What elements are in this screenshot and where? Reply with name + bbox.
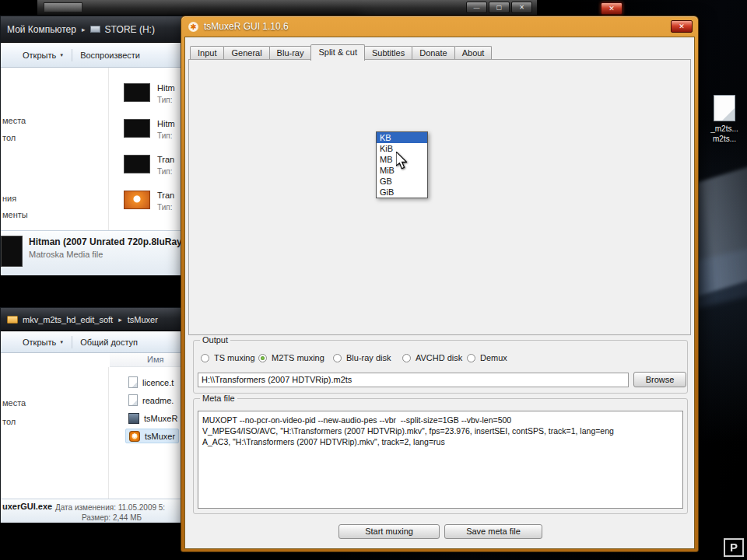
tab-input[interactable]: Input xyxy=(190,46,224,59)
share-label: Общий доступ xyxy=(80,338,138,347)
file-name: Tran xyxy=(157,155,174,164)
m2ts-muxing-radio[interactable] xyxy=(258,354,267,362)
file-name: Hitm xyxy=(157,119,175,128)
background-window-titlebar[interactable]: — ▢ ✕ xyxy=(37,0,537,16)
sidebar-item[interactable]: места xyxy=(2,116,26,125)
breadcrumb-store[interactable]: STORE (H:) xyxy=(104,24,154,35)
tab-about[interactable]: About xyxy=(454,46,493,59)
file-size: Размер: 2,44 МБ xyxy=(82,513,142,522)
tsmuxer-gui-icon: ✱ xyxy=(129,431,140,442)
executable-icon xyxy=(128,413,139,424)
metafile-line: MUXOPT --no-pcr-on-video-pid --new-audio… xyxy=(202,415,679,425)
split-cut-tab-panel xyxy=(188,59,691,335)
file-list-item-selected[interactable]: ✱ tsMuxer xyxy=(125,429,179,443)
caption-buttons: — ▢ ✕ xyxy=(465,2,532,13)
sidebar-item[interactable]: ния xyxy=(2,194,16,203)
breadcrumb-my-computer[interactable]: Мой Компьютер xyxy=(7,24,76,35)
avchd-disk-radio[interactable] xyxy=(402,354,411,362)
bluray-disk-label[interactable]: Blu-ray disk xyxy=(346,353,391,362)
metafile-textarea[interactable]: MUXOPT --no-pcr-on-video-pid --new-audio… xyxy=(198,411,683,509)
start-muxing-button[interactable]: Start muxing xyxy=(338,524,440,539)
tab-general[interactable]: General xyxy=(223,46,269,59)
output-path-input[interactable]: H:\\Transformers (2007 HDTVRip).m2ts xyxy=(198,373,629,387)
modified-value: 11.05.2009 5: xyxy=(118,503,165,512)
dropdown-option-gb[interactable]: GB xyxy=(377,176,427,187)
desktop-icon-m2ts[interactable]: _m2ts... m2ts... xyxy=(705,95,744,144)
drive-icon xyxy=(90,26,100,33)
file-list-item[interactable]: tsMuxeR xyxy=(125,411,181,425)
file-name: Tran xyxy=(157,191,174,200)
file-list-item[interactable]: Tran Тип: xyxy=(124,191,174,212)
open-button[interactable]: Открыть ▼ xyxy=(23,51,64,60)
m2ts-muxing-label[interactable]: M2TS muxing xyxy=(272,353,324,362)
output-group-label: Output xyxy=(200,335,230,345)
caret-down-icon: ▼ xyxy=(59,53,64,58)
file-list-item[interactable]: Hitm Тип: xyxy=(124,83,175,104)
minimize-icon[interactable]: — xyxy=(466,2,487,13)
file-name: readme. xyxy=(142,396,174,405)
ts-muxing-label[interactable]: TS muxing xyxy=(214,353,255,362)
demux-radio[interactable] xyxy=(467,354,475,362)
desktop-icon-label: m2ts... xyxy=(705,134,744,144)
file-name: tsMuxer xyxy=(145,432,175,441)
maximize-icon[interactable]: ▢ xyxy=(489,2,510,13)
text-file-icon xyxy=(128,394,138,406)
modified-date: Дата изменения: 11.05.2009 5: xyxy=(55,503,165,512)
sidebar-item[interactable]: менты xyxy=(2,210,28,219)
video-thumbnail-icon xyxy=(124,83,150,102)
share-button[interactable]: Общий доступ xyxy=(80,338,138,347)
demux-label[interactable]: Demux xyxy=(480,353,507,362)
breadcrumb-subfolder[interactable]: tsMuxer xyxy=(128,315,158,324)
play-label: Воспроизвести xyxy=(80,51,140,60)
file-list-item[interactable]: licence.t xyxy=(125,375,177,390)
tsmuxer-app-icon: ✱ xyxy=(188,22,198,32)
metafile-group-label: Meta file xyxy=(200,394,237,403)
bluray-disk-radio[interactable] xyxy=(333,354,342,362)
breadcrumb-separator-icon: ▸ xyxy=(118,316,122,324)
close-icon[interactable]: ✕ xyxy=(671,20,693,33)
tab-bluray[interactable]: Blu-ray xyxy=(269,46,312,59)
browse-button[interactable]: Browse xyxy=(633,372,686,387)
mouse-cursor xyxy=(396,152,407,170)
dropdown-option-gib[interactable]: GiB xyxy=(377,187,427,198)
desktop-icon-label: _m2ts... xyxy=(705,124,744,134)
sidebar-item[interactable]: тол xyxy=(2,133,16,142)
open-label: Открыть xyxy=(23,338,56,347)
modified-label: Дата изменения: xyxy=(55,503,116,512)
tab-donate[interactable]: Donate xyxy=(412,46,454,59)
text-file-icon xyxy=(128,376,138,388)
caret-down-icon: ▼ xyxy=(59,340,64,345)
tsmuxer-titlebar[interactable]: ✱ tsMuxeR GUI 1.10.6 ✕ xyxy=(181,16,698,37)
play-button[interactable]: Воспроизвести xyxy=(80,51,140,60)
selected-file-type: Matroska Media file xyxy=(29,250,103,259)
background-close-icon[interactable]: ✕ xyxy=(601,2,622,15)
file-name: licence.t xyxy=(142,378,174,387)
file-list-item[interactable]: readme. xyxy=(125,393,177,408)
file-list-item[interactable]: Hitm Тип: xyxy=(124,119,175,140)
open-button[interactable]: Открыть ▼ xyxy=(23,338,64,347)
window-title: tsMuxeR GUI 1.10.6 xyxy=(204,21,289,32)
sidebar-item[interactable]: тол xyxy=(2,417,16,426)
video-thumbnail-icon xyxy=(124,155,150,173)
file-type-label: Тип: xyxy=(157,167,174,176)
tsmuxer-gui-window: ✱ tsMuxeR GUI 1.10.6 ✕ Input General Blu… xyxy=(181,16,699,552)
file-list-item[interactable]: Tran Тип: xyxy=(124,155,174,176)
metafile-line: V_MPEG4/ISO/AVC, "H:\Transformers (2007 … xyxy=(202,425,679,436)
size-label: Размер: xyxy=(82,513,110,522)
tab-split-and-cut[interactable]: Split & cut xyxy=(310,44,365,61)
sidebar-item[interactable]: места xyxy=(2,398,26,408)
ts-muxing-radio[interactable] xyxy=(201,354,209,362)
dropdown-option-kb[interactable]: KB xyxy=(377,132,427,143)
file-icon xyxy=(714,95,735,121)
tab-subtitles[interactable]: Subtitles xyxy=(364,46,412,59)
toolbar-separator xyxy=(72,49,72,61)
file-name: Hitm xyxy=(157,83,175,93)
close-icon[interactable]: ✕ xyxy=(511,2,532,13)
save-meta-file-button[interactable]: Save meta file xyxy=(444,524,542,539)
tsmuxer-client-area: Input General Blu-ray Split & cut Subtit… xyxy=(185,37,694,548)
desktop: — ▢ ✕ ✕ Мой Компьютер ▸ STORE (H:) Откры… xyxy=(0,0,747,560)
breadcrumb-folder[interactable]: mkv_m2ts_hd_edit_soft xyxy=(23,315,113,324)
avchd-disk-label[interactable]: AVCHD disk xyxy=(416,353,462,362)
file-type-label: Тип: xyxy=(157,96,175,104)
selected-file-name: uxerGUI.exe xyxy=(2,502,52,511)
